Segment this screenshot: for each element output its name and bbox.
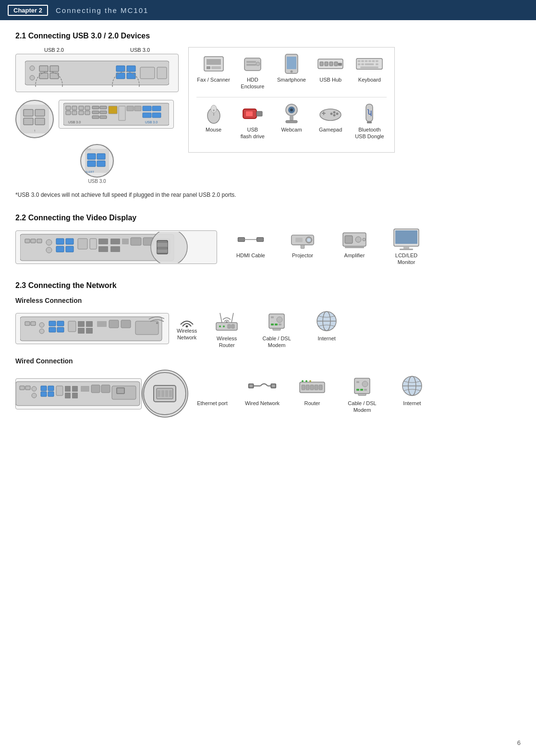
device-webcam: Webcam	[274, 103, 308, 140]
wireless-router-icon	[212, 309, 241, 333]
svg-point-171	[223, 325, 225, 327]
hdmi-cable-icon	[237, 229, 264, 250]
svg-rect-49	[87, 161, 96, 167]
wireless-subsection: Wireless Connection	[15, 297, 521, 349]
svg-point-97	[333, 111, 336, 113]
device-usb-hub: USB Hub	[314, 53, 348, 90]
wired-hw	[15, 378, 142, 409]
svg-point-223	[305, 380, 307, 382]
wired-connection-row: Ethernet port	[15, 370, 521, 418]
svg-rect-173	[231, 324, 234, 328]
svg-point-124	[151, 232, 187, 263]
video-hw-panel	[15, 230, 222, 264]
svg-rect-225	[354, 378, 370, 394]
svg-point-84	[211, 105, 217, 113]
svg-point-109	[46, 247, 52, 253]
wired-internet: Internet	[393, 374, 431, 407]
svg-rect-121	[131, 238, 141, 245]
svg-rect-147	[25, 322, 30, 325]
usb-hw-diagrams: USB 2.0 USB 3.0	[15, 47, 179, 184]
svg-rect-208	[165, 390, 168, 397]
svg-point-133	[307, 238, 310, 241]
svg-rect-81	[361, 67, 378, 69]
wired-subsection: Wired Connection	[15, 357, 521, 418]
device-usb-flash-label: USBflash drive	[241, 126, 265, 140]
svg-point-222	[302, 380, 304, 382]
svg-rect-69	[338, 63, 342, 66]
svg-rect-43	[152, 113, 161, 118]
device-hdd: HDD Enclosure	[235, 53, 269, 90]
hdmi-cable-label: HDMI Cable	[236, 252, 265, 259]
svg-rect-162	[121, 320, 131, 328]
svg-rect-215	[272, 385, 275, 387]
svg-point-227	[362, 381, 368, 387]
svg-point-5	[30, 66, 35, 71]
svg-rect-55	[207, 66, 210, 69]
svg-rect-159	[86, 328, 93, 334]
svg-rect-54	[207, 59, 221, 65]
wired-cable-modem: Cable / DSLModem	[343, 374, 381, 414]
svg-rect-74	[369, 60, 372, 62]
svg-rect-9	[116, 73, 125, 79]
svg-point-99	[333, 114, 336, 116]
device-smartphone-label: Smartphone	[277, 76, 306, 83]
svg-rect-25	[72, 111, 77, 115]
svg-rect-145	[400, 249, 413, 250]
svg-rect-199	[91, 385, 100, 393]
net-cable-modem-wireless: Cable / DSLModem	[257, 309, 296, 349]
usb20-magnifier: ↑	[15, 100, 54, 138]
svg-point-224	[309, 380, 311, 382]
wired-devices: Ethernet port	[193, 374, 431, 414]
wired-ethernet-label-item: Ethernet port	[193, 374, 231, 407]
svg-rect-209	[169, 390, 172, 397]
svg-rect-76	[376, 60, 378, 62]
svg-rect-10	[127, 73, 135, 79]
svg-rect-151	[49, 321, 56, 326]
svg-rect-71	[358, 60, 361, 62]
device-bluetooth-label: BluetoothUSB Dongle	[355, 126, 384, 140]
wireless-heading: Wireless Connection	[15, 297, 521, 304]
bluetooth-icon: ʮ	[356, 103, 383, 124]
device-row-2: Mouse USBflash drive	[196, 103, 387, 140]
svg-rect-2	[50, 66, 59, 72]
svg-rect-220	[315, 385, 318, 390]
wireless-network-label-box: WirelessNetwork	[177, 317, 197, 341]
svg-rect-106	[31, 239, 36, 243]
svg-rect-157	[86, 321, 93, 327]
svg-rect-118	[110, 239, 120, 244]
svg-rect-175	[271, 316, 274, 318]
svg-rect-28	[79, 111, 84, 115]
svg-rect-27	[85, 106, 90, 110]
internet-wireless-icon	[312, 309, 341, 333]
svg-rect-22	[66, 106, 71, 110]
device-mouse-label: Mouse	[206, 126, 221, 133]
svg-rect-177	[271, 324, 274, 325]
usb-rear-full: USB 3.0 USB 3.0	[59, 100, 174, 129]
projector-label: Projector	[292, 252, 313, 259]
device-gamepad: Gamepad	[314, 103, 348, 140]
wireless-signal-icon	[180, 317, 194, 327]
mouse-icon	[200, 103, 227, 124]
svg-rect-73	[365, 60, 368, 62]
svg-rect-56	[211, 66, 221, 69]
svg-rect-107	[37, 239, 42, 243]
webcam-icon	[278, 103, 305, 124]
wired-cable-modem-label: Cable / DSLModem	[348, 400, 376, 414]
svg-rect-3	[39, 73, 48, 79]
smartphone-icon	[278, 53, 305, 74]
wired-heading: Wired Connection	[15, 357, 521, 365]
section-23-heading: 2.3 Connecting the Network	[15, 281, 521, 290]
svg-rect-134	[295, 238, 303, 242]
svg-rect-179	[279, 324, 281, 325]
svg-line-166	[220, 313, 222, 323]
video-section-content: HDMI Cable Projector	[15, 229, 521, 266]
svg-rect-115	[90, 239, 97, 249]
svg-rect-206	[158, 390, 160, 397]
net-internet-wireless: Internet	[307, 309, 346, 342]
svg-rect-189	[41, 386, 47, 391]
svg-rect-180	[273, 328, 280, 330]
svg-rect-8	[127, 66, 135, 72]
svg-rect-41	[152, 106, 161, 111]
svg-rect-114	[78, 239, 87, 249]
device-bluetooth: ʮ BluetoothUSB Dongle	[353, 103, 387, 140]
